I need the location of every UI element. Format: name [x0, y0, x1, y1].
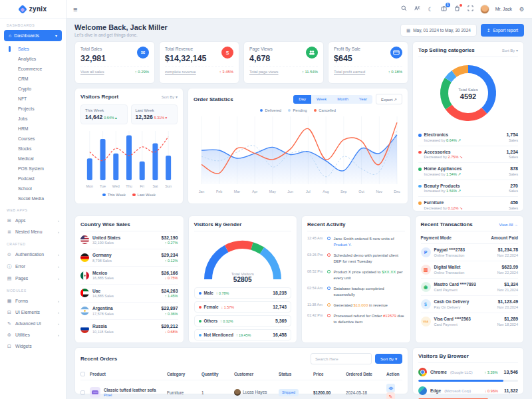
user-name: Mr. Jack	[495, 7, 512, 11]
dark-mode-moon-icon[interactable]: ☾	[427, 6, 434, 13]
export-report-button[interactable]: ↥Export report	[481, 24, 524, 37]
row-checkbox[interactable]	[80, 390, 85, 395]
sidebar-item-school[interactable]: School	[0, 184, 66, 194]
pages-icon: ▤	[7, 276, 12, 281]
menu-layers-icon: ≣	[7, 229, 12, 235]
table-row: VISA Visa Card ****2563Card Payment $1,2…	[421, 313, 519, 330]
sidebar-item-nft[interactable]: NFT	[0, 94, 66, 104]
svg-text:Sat: Sat	[152, 184, 158, 188]
visitors-by-browser-card: Visitors By Browser Chrome (Google LLC) …	[412, 347, 524, 394]
fullscreen-icon[interactable]	[467, 5, 474, 13]
date-range-picker[interactable]: ▦May, 01 2024 to May, 30 2024	[400, 24, 477, 37]
sidebar-group-crafted: CRAFTED	[7, 242, 59, 246]
welcome-row: Welcome Back, Jack Miller Let's dive in …	[74, 23, 524, 37]
order-statistics-line-chart: JanFebMarAprMayJunJulAugSepOctNovDec	[194, 112, 404, 198]
sidebar-item-apps[interactable]: ⊞Apps›	[0, 215, 66, 226]
svg-text:Tue: Tue	[100, 184, 106, 188]
sidebar-item-ecommerce[interactable]: Ecommerce	[0, 64, 66, 74]
sidebar-item-analytics[interactable]: Analytics	[0, 54, 66, 64]
tab-year[interactable]: Year	[354, 95, 372, 104]
sidebar-item-pages[interactable]: ▤Pages›	[0, 273, 66, 284]
select-all-checkbox[interactable]	[80, 372, 85, 376]
ui-elements-icon: ⊟	[7, 310, 12, 315]
svg-text:Jul: Jul	[306, 190, 311, 194]
widgets-icon: ⊡	[7, 344, 12, 349]
tab-month[interactable]: Month	[332, 95, 354, 104]
sidebar-item-utilities[interactable]: ⊚Utilities›	[0, 329, 66, 340]
orders-sort-by-button[interactable]: Sort By ▾	[375, 354, 402, 364]
sidebar-item-dashboards[interactable]: ⌂ Dashboards ▾	[4, 30, 62, 41]
top-selling-sort-by-dropdown[interactable]: Sort By ▾	[502, 48, 518, 53]
sidebar-item-sales[interactable]: Sales	[0, 44, 66, 54]
chevron-down-icon: ▾	[55, 33, 57, 38]
gift-icon[interactable]: 5	[440, 5, 448, 13]
home-icon: ⌂	[9, 33, 11, 38]
sidebar-item-medical[interactable]: Medical	[0, 154, 66, 164]
recent-activity-card: Recent Activity 12:45 AmJane Smith order…	[301, 215, 411, 343]
svg-text:Aug: Aug	[323, 190, 329, 194]
sidebar-item-stocks[interactable]: Stocks	[0, 144, 66, 154]
order-statistics-card: Order Statistics Day Week Month Year Exp…	[188, 88, 408, 204]
svg-text:Thu: Thu	[126, 184, 132, 188]
table-row: Germany8,798 Sales $29,234↑ 0.12%	[80, 249, 178, 267]
page-subtitle: Let's dive in and get things done.	[74, 33, 168, 37]
envelope-icon: ✉	[137, 47, 149, 59]
complete-revenue-link[interactable]: complete revenue	[165, 70, 196, 74]
sidebar-item-social-media[interactable]: Social Media	[0, 194, 66, 203]
mastercard-icon: ◉	[421, 282, 431, 292]
visitors-sort-by-dropdown[interactable]: Sort By ▾	[162, 94, 178, 99]
export-chart-button[interactable]: Export ↗	[376, 94, 402, 104]
sidebar-item-nested-menu[interactable]: ≣Nested Menu›	[0, 226, 66, 237]
orders-table-header: ProductCategoryQuantityCustomerStatusPri…	[80, 368, 402, 380]
view-order-button[interactable]	[386, 384, 395, 392]
legend-this-week[interactable]: This Week	[102, 193, 126, 197]
delta-badge: ↑ 11.54%	[302, 70, 318, 74]
sidebar-item-widgets[interactable]: ⊡Widgets	[0, 340, 66, 352]
sidebar-item-advanced-ui[interactable]: ✎Advanced UI›	[0, 318, 66, 329]
tab-day[interactable]: Day	[293, 95, 311, 104]
list-item: Home AppliancesIncreased by 1.54% ↗ 878S…	[418, 162, 518, 180]
status-badge: Shipped	[279, 389, 299, 396]
edit-order-button[interactable]: ✎	[386, 392, 395, 399]
chevron-right-icon: ›	[58, 311, 59, 315]
total-page-views-link[interactable]: Total page views	[249, 70, 279, 74]
sidebar-item-courses[interactable]: Courses	[0, 134, 66, 144]
list-item: Chrome (Google LLC) ↑ 3.26% 13,546	[418, 368, 518, 382]
shopping-bag-icon[interactable]	[454, 5, 461, 13]
sidebar-item-hrm[interactable]: HRM	[0, 124, 66, 134]
view-all-sales-link[interactable]: View all sales	[80, 70, 104, 74]
translate-icon[interactable]	[414, 5, 421, 13]
sidebar-item-podcast[interactable]: Podcast	[0, 174, 66, 184]
legend-last-week[interactable]: Last Week	[132, 193, 156, 197]
list-item: 01:42 PmProcessed refund for Order #1357…	[307, 313, 405, 325]
product-variant-link[interactable]: Pixel	[104, 393, 156, 397]
svg-text:Apr: Apr	[252, 190, 258, 194]
sidebar-item-crypto[interactable]: Crypto	[0, 84, 66, 94]
svg-text:Dec: Dec	[394, 190, 400, 194]
orders-search-input[interactable]	[311, 353, 372, 364]
table-row: ◉ Mastro Card ****7893Card Payment $1,32…	[421, 279, 519, 296]
view-all-link[interactable]: View All →	[499, 223, 518, 227]
edge-icon	[418, 386, 427, 395]
brand-logo[interactable]: zynix	[0, 0, 66, 19]
country-wise-sales-card: Country Wise Sales United States32,190 S…	[74, 215, 184, 343]
search-icon[interactable]	[400, 5, 408, 13]
sidebar-item-forms[interactable]: ▦Forms›	[0, 295, 66, 307]
sidebar-item-projects[interactable]: Projects	[0, 104, 66, 114]
sidebar-item-authentication[interactable]: ⊙Authentication›	[0, 249, 66, 260]
list-item: 12:45 AmJane Smith ordered 5 new units o…	[307, 236, 405, 248]
sidebar-item-jobs[interactable]: Jobs	[0, 114, 66, 124]
user-avatar[interactable]	[480, 5, 489, 14]
table-row: Classic tufted leather sofaPixel Furnitu…	[80, 380, 402, 399]
sidebar-item-ui-elements[interactable]: ⊟UI Elements›	[0, 307, 66, 318]
stat-card-profit-by-sale: Profit By Sale $645 Total profit earned↑…	[328, 41, 408, 84]
sidebar-item-pos-system[interactable]: POS System	[0, 164, 66, 174]
gear-icon[interactable]: ⚙	[518, 6, 525, 13]
users-icon	[306, 47, 318, 59]
sidebar-item-error[interactable]: ⓘError›	[0, 260, 66, 273]
delta-badge: ↑ 3.45%	[219, 70, 233, 74]
hamburger-menu-icon[interactable]: ≡	[73, 5, 77, 13]
sidebar-item-crm[interactable]: CRM	[0, 74, 66, 84]
tab-week[interactable]: Week	[311, 95, 332, 104]
total-profit-earned-link[interactable]: Total profit earned	[334, 70, 365, 74]
